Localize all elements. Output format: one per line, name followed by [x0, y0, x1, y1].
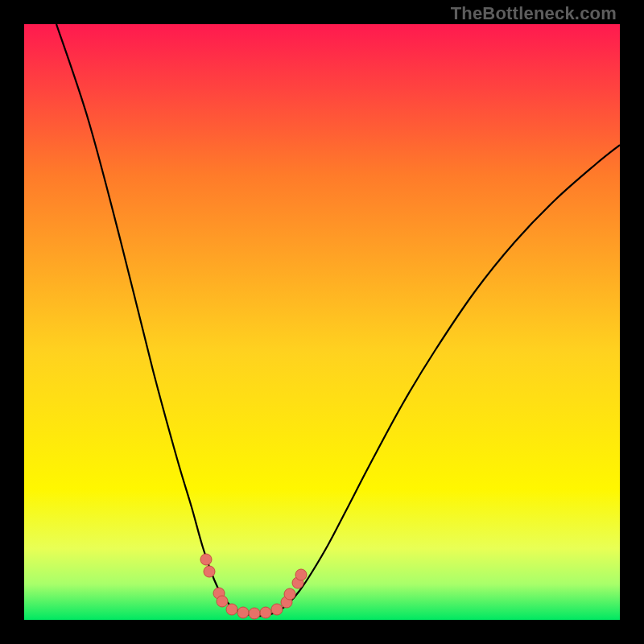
data-marker: [271, 604, 283, 615]
data-marker: [284, 588, 295, 600]
gradient-background: [24, 24, 620, 620]
data-marker: [200, 554, 212, 565]
chart-svg: [24, 24, 620, 620]
data-marker: [249, 608, 260, 619]
data-marker: [295, 569, 307, 580]
plot-area: [24, 24, 620, 620]
data-marker: [226, 604, 237, 615]
watermark-text: TheBottleneck.com: [451, 3, 617, 24]
data-marker: [217, 596, 228, 607]
chart-frame: TheBottleneck.com: [0, 0, 644, 644]
data-marker: [204, 566, 215, 577]
data-marker: [260, 607, 271, 618]
data-marker: [237, 607, 249, 618]
